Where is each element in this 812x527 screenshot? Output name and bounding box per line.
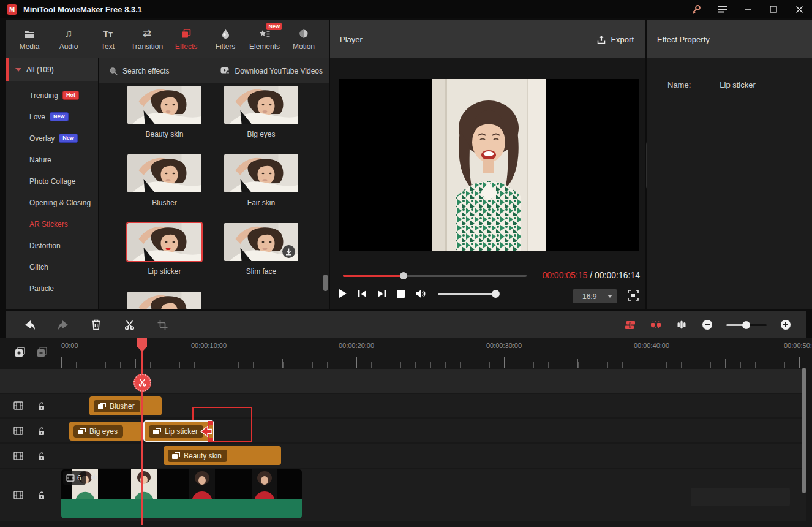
trim-handle-icon[interactable] (200, 419, 214, 444)
transition-arrows-icon: ⇄ (143, 28, 151, 39)
effect-item-lip-sticker[interactable]: Lip sticker (127, 223, 201, 276)
play-button[interactable] (339, 289, 347, 298)
effect-thumbnail (127, 86, 201, 124)
playhead-split-button[interactable] (133, 374, 151, 392)
track-lock-icon[interactable] (37, 401, 46, 411)
track-lock-icon[interactable] (37, 427, 46, 436)
effect-item-fair-skin[interactable]: Fair skin (224, 154, 298, 207)
clip-big-eyes[interactable]: Big eyes (69, 422, 142, 441)
timecode: 00:00:05:15 / 00:00:16:14 (542, 270, 640, 280)
tab-audio[interactable]: ♫ Audio (49, 22, 88, 56)
effect-property-title: Effect Property (657, 35, 710, 44)
text-icon: TT (103, 28, 113, 39)
sidebar-item-ar-stickers[interactable]: AR Stickers (6, 213, 98, 235)
download-youtube-button[interactable]: Download YouTube Videos (220, 67, 323, 75)
volume-icon[interactable] (415, 289, 426, 298)
aspect-ratio-select[interactable]: 16:9 (573, 289, 617, 303)
sidebar-item-nature[interactable]: Nature (6, 149, 98, 170)
zoom-out-button[interactable] (701, 318, 714, 332)
video-frame-image (432, 79, 546, 251)
redo-button[interactable] (56, 318, 70, 332)
download-icon[interactable] (282, 245, 295, 258)
tab-elements[interactable]: New Elements (245, 22, 284, 56)
category-all-header[interactable]: All (109) (6, 58, 98, 81)
sidebar-item-particle[interactable]: Particle (6, 278, 98, 299)
search-icon (109, 67, 118, 75)
elements-new-badge: New (266, 23, 282, 30)
tooltip-ghost (691, 488, 790, 506)
volume-handle[interactable] (492, 290, 500, 298)
stop-button[interactable] (397, 290, 405, 298)
tab-transition[interactable]: ⇄ Transition (127, 22, 167, 56)
effect-thumbnail-selected (127, 223, 201, 261)
filters-droplet-icon (221, 28, 230, 39)
maximize-button[interactable] (768, 4, 779, 15)
undo-button[interactable] (23, 318, 37, 332)
remove-track-icon[interactable] (37, 347, 48, 358)
tab-text[interactable]: TT Text (88, 22, 127, 56)
effect-item-partial[interactable] (127, 292, 201, 309)
sidebar-item-opening-closing[interactable]: Opening & Closing (6, 192, 98, 213)
seek-handle[interactable] (400, 272, 407, 279)
menu-icon[interactable] (716, 4, 727, 15)
split-mode-icon[interactable] (649, 318, 663, 332)
clip-audio-icon (91, 474, 99, 481)
seek-bar[interactable] (343, 275, 527, 277)
zoom-in-button[interactable] (779, 318, 792, 332)
tab-effects[interactable]: Effects (167, 22, 206, 56)
audio-levels-icon[interactable] (675, 318, 688, 332)
ruler-label: 00:00:30:00 (486, 342, 522, 349)
next-frame-button[interactable] (377, 290, 386, 298)
search-effects-input[interactable]: Search effects (109, 67, 170, 75)
effect-item-blusher[interactable]: Blusher (127, 154, 201, 207)
effect-name-value: Lip sticker (720, 80, 756, 89)
zoom-slider-handle[interactable] (742, 321, 750, 329)
effect-thumbnail (224, 86, 298, 124)
tab-motion[interactable]: Motion (284, 22, 323, 56)
export-icon (597, 35, 606, 44)
sidebar-item-glitch[interactable]: Glitch (6, 256, 98, 278)
timeline-zoom-slider[interactable] (726, 324, 767, 326)
delete-button[interactable] (89, 318, 103, 332)
effects-category-sidebar: All (109) TrendingHot LoveNew OverlayNew… (6, 58, 98, 309)
effect-item-beauty-skin[interactable]: Beauty skin (127, 86, 201, 138)
license-key-icon[interactable] (691, 4, 702, 15)
ruler-label: 00:00 (61, 342, 78, 349)
volume-slider[interactable] (438, 293, 499, 295)
effect-thumbnail (224, 154, 298, 192)
ruler-label: 00:00:10:00 (191, 342, 227, 349)
tab-filters[interactable]: Filters (206, 22, 245, 56)
titlebar: M MiniTool MovieMaker Free 8.3.1 (0, 0, 812, 18)
clip-beauty-skin[interactable]: Beauty skin (164, 446, 281, 465)
effects-scrollbar[interactable] (323, 275, 328, 291)
effects-panel: Search effects Download YouTube Videos B… (99, 58, 329, 309)
effect-track-3[interactable] (0, 444, 806, 468)
track-lock-icon[interactable] (37, 452, 46, 461)
fullscreen-button[interactable] (628, 290, 639, 301)
sidebar-item-trending[interactable]: TrendingHot (6, 85, 98, 106)
current-time: 00:00:05:15 (542, 270, 587, 280)
split-scissors-button[interactable] (122, 318, 136, 332)
sidebar-item-photo-collage[interactable]: Photo Collage (6, 170, 98, 192)
clip-type-icon (172, 452, 180, 459)
video-clip[interactable]: 6 (61, 469, 302, 518)
storyboard-mode-icon[interactable] (623, 318, 637, 332)
effect-item-slim-face[interactable]: Slim face (224, 223, 298, 276)
sidebar-item-distortion[interactable]: Distortion (6, 235, 98, 256)
close-button[interactable] (794, 4, 805, 15)
sidebar-item-overlay[interactable]: OverlayNew (6, 127, 98, 149)
tab-media[interactable]: Media (10, 22, 49, 56)
minimize-button[interactable] (742, 4, 753, 15)
add-track-icon[interactable] (15, 347, 26, 358)
playhead-line[interactable] (141, 338, 143, 525)
track-lock-icon[interactable] (37, 491, 46, 500)
timeline-ruler[interactable]: 00:00 00:00:10:00 00:00:20:00 00:00:30:0… (0, 338, 812, 368)
sidebar-item-love[interactable]: LoveNew (6, 106, 98, 127)
clip-blusher[interactable]: Blusher (89, 396, 162, 415)
crop-button[interactable] (156, 318, 169, 332)
effect-item-big-eyes[interactable]: Big eyes (224, 86, 298, 138)
previous-frame-button[interactable] (358, 290, 367, 298)
timeline-vertical-scrollbar[interactable] (802, 368, 806, 493)
export-button[interactable]: Export (597, 35, 634, 44)
effect-thumbnail (127, 292, 201, 309)
